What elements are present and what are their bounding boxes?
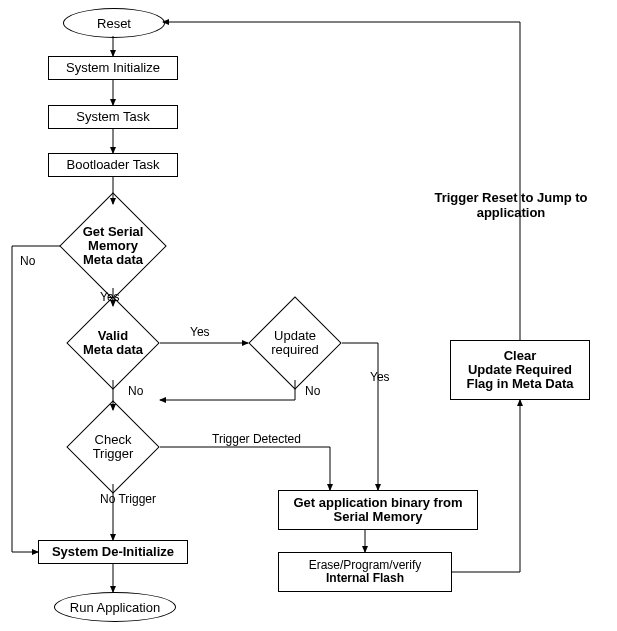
system-task-node: System Task xyxy=(48,105,178,129)
valid-meta-label: Valid Meta data xyxy=(67,310,159,376)
flash-op-node: Erase/Program/verifyInternal Flash xyxy=(278,552,452,592)
flash-op-label: Erase/Program/verifyInternal Flash xyxy=(309,559,422,585)
edge-yes-validmeta: Yes xyxy=(190,325,210,339)
edge-no-validmeta: No xyxy=(128,384,143,398)
check-trigger-label: Check Trigger xyxy=(67,414,159,480)
system-deinitialize-label: System De-Initialize xyxy=(52,545,174,559)
run-application-node: Run Application xyxy=(54,592,176,622)
system-task-label: System Task xyxy=(76,110,149,124)
bootloader-task-label: Bootloader Task xyxy=(67,158,160,172)
system-initialize-node: System Initialize xyxy=(48,56,178,80)
system-deinitialize-node: System De-Initialize xyxy=(38,540,188,564)
valid-meta-decision: Valid Meta data xyxy=(80,310,146,376)
get-app-binary-label: Get application binary from Serial Memor… xyxy=(293,496,462,525)
update-required-label: Update required xyxy=(249,310,341,376)
update-required-decision: Update required xyxy=(262,310,328,376)
trigger-reset-label: Trigger Reset to Jump to application xyxy=(426,190,596,220)
clear-flag-node: Clear Update Required Flag in Meta Data xyxy=(450,340,590,400)
edge-yes-getmeta: Yes xyxy=(100,290,120,304)
get-meta-label: Get Serial Memory Meta data xyxy=(60,208,166,284)
edge-yes-updatereq: Yes xyxy=(370,370,390,384)
system-initialize-label: System Initialize xyxy=(66,61,160,75)
run-application-label: Run Application xyxy=(70,600,160,615)
edge-no-getmeta: No xyxy=(20,254,35,268)
edge-trigger-detected: Trigger Detected xyxy=(212,432,301,446)
get-meta-decision: Get Serial Memory Meta data xyxy=(75,208,151,284)
clear-flag-label: Clear Update Required Flag in Meta Data xyxy=(467,349,574,392)
bootloader-task-node: Bootloader Task xyxy=(48,153,178,177)
get-app-binary-node: Get application binary from Serial Memor… xyxy=(278,490,478,530)
edge-no-updatereq: No xyxy=(305,384,320,398)
edge-no-trigger: No Trigger xyxy=(100,492,156,506)
reset-label: Reset xyxy=(97,16,131,31)
reset-node: Reset xyxy=(63,8,165,38)
check-trigger-decision: Check Trigger xyxy=(80,414,146,480)
